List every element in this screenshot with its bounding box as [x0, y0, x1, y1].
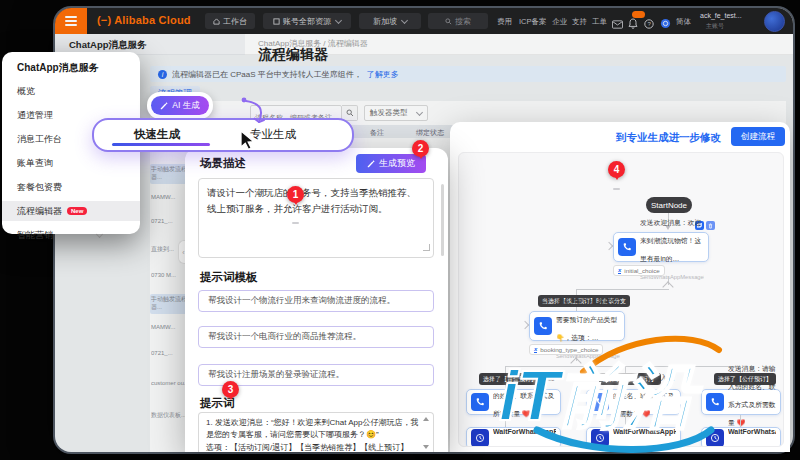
mail-icon[interactable]: [612, 15, 624, 27]
col-bind-status: 绑定状态: [416, 128, 444, 138]
flow-canvas[interactable]: StartNode 发送欢迎消息：欢迎来到潮流玩物馆！这里有最in的…SendW…: [458, 152, 784, 447]
prompt-template-logistics[interactable]: 帮我设计一个物流行业用来查询物流进度的流程。: [198, 290, 434, 312]
topbar-link-icp[interactable]: ICP备案: [519, 17, 547, 27]
help-icon[interactable]: ?: [644, 15, 656, 27]
mouse-cursor: [238, 130, 257, 152]
clock-icon: [471, 429, 489, 447]
quick-generate-dialog: 场景描述 生成预览 请设计一个潮玩店的服务号，支持当季热销推荐、线上预订服务，并…: [185, 148, 448, 452]
sidebar-item-overview[interactable]: 概览: [2, 81, 140, 101]
prompt-templates-label: 提示词模板: [200, 270, 258, 285]
home-icon: [213, 18, 220, 25]
callout-arrow: [235, 94, 277, 132]
node-send-welcome[interactable]: 发送欢迎消息：欢迎来到潮流玩物馆！这里有最in的…SendWhatsAppMes…: [613, 232, 709, 262]
chevron-down-icon: [335, 16, 342, 23]
variable-tag[interactable]: xinitial_choice: [613, 265, 665, 276]
topbar-link-billing[interactable]: 费用: [497, 17, 512, 27]
topbar-resources-dropdown[interactable]: 账号全部资源: [263, 13, 351, 29]
node-select-product-type[interactable]: 发送消息：请选择您需要预订的产品类型👇，选项：…SendWhatsAppMess…: [529, 311, 625, 341]
resize-handle[interactable]: [423, 244, 430, 251]
topbar-workbench[interactable]: 工作台: [205, 13, 255, 29]
chevron-down-icon: [401, 16, 408, 23]
trigger-type-dropdown[interactable]: 触发器类型: [364, 105, 428, 121]
sidebar-item-flow-editor[interactable]: 流程编辑器 New: [2, 201, 140, 221]
chevron-right-icon: [605, 242, 613, 250]
screenshot-root: (−) Alibaba Cloud 工作台 账号全部资源 新加坡 搜索 费用 I…: [0, 0, 800, 460]
node-wait-response-1[interactable]: WaitForWhatsAppResp…WaitForWhatsAppRespo…: [466, 427, 561, 447]
node-collect-info-1[interactable]: 发送消息：请输入您的姓名、联系方式及所需数量 ❤️SendWhatsAppMes…: [466, 389, 561, 415]
annotation-pin-2: 2: [412, 140, 429, 157]
variable-tag[interactable]: xbooking_type_choice: [529, 344, 603, 355]
magic-wand-icon: [367, 159, 376, 168]
new-badge: New: [67, 207, 87, 215]
search-icon: [445, 18, 452, 25]
globe-icon[interactable]: [660, 15, 672, 27]
magic-wand-icon: [160, 101, 169, 110]
chevron-down-icon: [96, 230, 103, 237]
active-tab-underline: [112, 143, 210, 146]
username[interactable]: ack_fe_test...: [700, 12, 742, 19]
annotation-pin-4: 4: [608, 161, 625, 178]
node-collect-info-3[interactable]: 发送消息：请输入您的姓名、联系方式及所需数量 ❤️SendWhatsAppMes…: [701, 389, 781, 415]
delete-node-button[interactable]: [706, 221, 715, 230]
annotation-pin-3: 3: [222, 381, 239, 398]
whatsapp-icon: [618, 238, 636, 256]
whatsapp-icon: [534, 317, 552, 335]
scene-description-label: 场景描述: [200, 156, 246, 171]
topbar-link-support[interactable]: 支持: [572, 17, 587, 27]
banner-learn-more-link[interactable]: 了解更多: [367, 69, 399, 80]
hamburger-menu-icon[interactable]: [55, 8, 87, 34]
alibaba-cloud-logo[interactable]: (−) Alibaba Cloud: [97, 14, 191, 26]
ai-generate-button[interactable]: AI 生成: [151, 96, 209, 115]
prompt-line-2: 选项：【活动订阅/退订】【当季热销推荐】【线上预订】: [206, 442, 419, 452]
sidebar-item-package-pricing[interactable]: 套餐包资费: [2, 177, 140, 197]
clock-icon: [706, 429, 724, 447]
info-banner: i 流程编辑器已在 CPaaS 平台中支持转人工坐席组件， 了解更多: [150, 66, 786, 82]
resources-icon: [273, 18, 280, 25]
chevron-down-icon: [416, 108, 423, 115]
sidebar-item-smart-marketing[interactable]: 智能营销: [2, 225, 140, 245]
topbar-link-enterprise[interactable]: 企业: [552, 17, 567, 27]
whatsapp-icon: [591, 393, 609, 411]
chevron-right-icon: [521, 321, 529, 329]
prompt-line-1: 1. 发送欢迎消息：“您好！欢迎来到Chat App公仔潮玩店，我是您的专属客服…: [206, 417, 419, 442]
avatar[interactable]: [764, 11, 785, 32]
info-icon: i: [158, 70, 167, 79]
svg-text:?: ?: [647, 21, 651, 27]
scene-description-textarea[interactable]: 请设计一个潮玩店的服务号，支持当季热销推荐、线上预订服务，并允许客户进行活动订阅…: [198, 178, 434, 258]
bell-icon[interactable]: [628, 15, 640, 27]
chevron-up-icon: [662, 281, 673, 292]
whatsapp-icon: [706, 393, 724, 411]
prompt-result-box[interactable]: 1. 发送欢迎消息：“您好！欢迎来到Chat App公仔潮玩店，我是您的专属客服…: [198, 412, 434, 452]
generate-preview-button[interactable]: 生成预览: [356, 154, 426, 173]
scroll-down-icon[interactable]: [423, 445, 429, 449]
page-title: 流程编辑器: [258, 46, 328, 64]
annotation-dash-1: [292, 222, 299, 224]
scroll-up-icon[interactable]: [423, 417, 429, 421]
node-wait-response-3[interactable]: WaitForWhatsAppResp…WaitForWhatsAppRespo…: [701, 427, 781, 447]
prompt-template-ecommerce[interactable]: 帮我设计一个电商行业的商品推荐流程。: [198, 326, 434, 348]
tab-quick-generate[interactable]: 快速生成: [134, 127, 180, 142]
col-remark: 备注: [370, 128, 384, 138]
clock-icon: [591, 429, 609, 447]
node-collect-info-2[interactable]: 发送消息：请输入您的姓名、联系方式及所需数量 ❤️SendWhatsAppMes…: [586, 389, 681, 415]
popover-title: ChatApp消息服务: [17, 61, 99, 75]
dialog-scrollbar[interactable]: [441, 184, 444, 256]
search-icon: [346, 109, 354, 117]
sidebar-item-billing-query[interactable]: 账单查询: [2, 153, 140, 173]
pro-modify-link[interactable]: 到专业生成进一步修改: [616, 131, 721, 145]
product-name: ChatApp消息服务: [69, 39, 147, 52]
language-toggle[interactable]: 简体: [676, 17, 691, 27]
banner-text: 流程编辑器已在 CPaaS 平台中支持转人工坐席组件，: [172, 69, 362, 80]
annotation-pin-1: 1: [287, 186, 304, 203]
generation-mode-tabs: 快速生成 专业生成: [92, 118, 354, 152]
topbar: (−) Alibaba Cloud 工作台 账号全部资源 新加坡 搜索 费用 I…: [55, 8, 793, 34]
topbar-region-dropdown[interactable]: 新加坡: [359, 13, 421, 29]
flow-create-button[interactable]: 创建流程: [731, 127, 785, 146]
node-wait-response-2[interactable]: WaitForWhatsAppResp…WaitForWhatsAppRespo…: [586, 427, 681, 447]
annotation-dash-4: [613, 188, 620, 190]
whatsapp-icon: [471, 393, 489, 411]
user-subtitle: 主账号: [706, 22, 724, 31]
topbar-search[interactable]: 搜索: [428, 13, 488, 29]
topbar-link-ticket[interactable]: 工单: [592, 17, 607, 27]
